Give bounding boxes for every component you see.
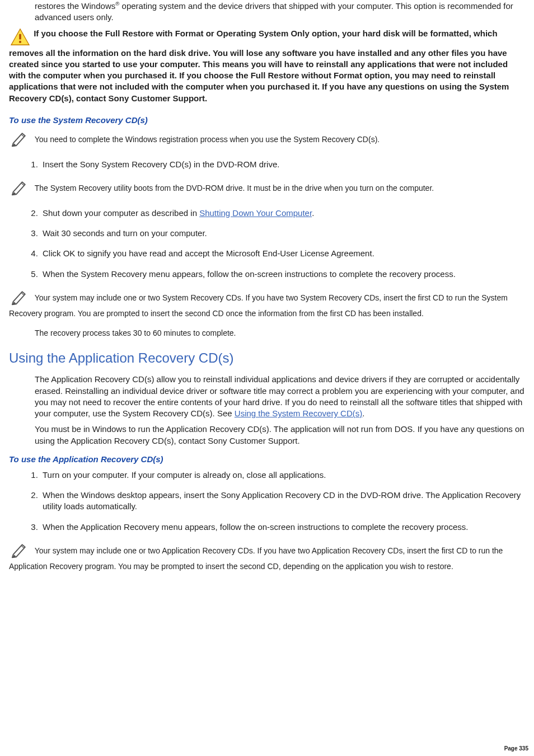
- section2-para1: The Application Recovery CD(s) allow you…: [35, 374, 525, 419]
- section2-steps: Turn on your computer. If your computer …: [27, 469, 525, 533]
- warning-text: If you choose the Full Restore with Form…: [9, 29, 509, 103]
- section1-steps-a: Insert the Sony System Recovery CD(s) in…: [27, 159, 525, 170]
- section1-note4: The recovery process takes 30 to 60 minu…: [35, 328, 525, 339]
- section1-step2: Shut down your computer as described in …: [40, 208, 525, 219]
- step2-post: .: [312, 208, 314, 218]
- intro-paragraph: restores the Windows® operating system a…: [35, 0, 525, 24]
- section2-subhead: To use the Application Recovery CD(s): [9, 454, 525, 464]
- step2-pre: Shut down your computer as described in: [43, 208, 199, 218]
- pencil-icon: [10, 130, 30, 150]
- section2-heading: Using the Application Recovery CD(s): [9, 350, 525, 366]
- section2-note1: Your system may include one or two Appli…: [9, 542, 525, 572]
- svg-rect-1: [19, 34, 21, 39]
- section1-note3: Your system may include one or two Syste…: [9, 289, 525, 319]
- pencil-icon: [10, 179, 30, 199]
- pencil-icon: [10, 289, 30, 308]
- section2-step1: Turn on your computer. If your computer …: [40, 469, 525, 481]
- section1-step5: When the System Recovery menu appears, f…: [40, 269, 525, 280]
- section1-step1: Insert the Sony System Recovery CD(s) in…: [40, 159, 525, 170]
- section1-note1: You need to complete the Windows registr…: [9, 130, 525, 150]
- section2-para1-post: .: [362, 408, 364, 418]
- warning-block: If you choose the Full Restore with Form…: [9, 28, 525, 104]
- link-system-recovery[interactable]: Using the System Recovery CD(s): [235, 408, 362, 418]
- section1-note1-text: You need to complete the Windows registr…: [35, 135, 380, 144]
- section1-step3: Wait 30 seconds and turn on your compute…: [40, 228, 525, 239]
- section2-para2: You must be in Windows to run the Applic…: [35, 424, 525, 447]
- section2-step2: When the Windows desktop appears, insert…: [40, 490, 525, 513]
- section1-note3-text: Your system may include one or two Syste…: [9, 293, 508, 318]
- section1-note2-text: The System Recovery utility boots from t…: [35, 184, 434, 192]
- section1-heading: To use the System Recovery CD(s): [9, 115, 525, 125]
- svg-point-2: [19, 40, 21, 43]
- section2-step3: When the Application Recovery menu appea…: [40, 522, 525, 533]
- section1-step4: Click OK to signify you have read and ac…: [40, 248, 525, 259]
- warning-icon: [10, 28, 30, 48]
- section1-note2: The System Recovery utility boots from t…: [9, 179, 525, 199]
- link-shutting-down[interactable]: Shutting Down Your Computer: [199, 208, 312, 218]
- section1-steps-b: Shut down your computer as described in …: [27, 208, 525, 280]
- pencil-icon: [10, 542, 30, 561]
- section2-note1-text: Your system may include one or two Appli…: [9, 546, 503, 571]
